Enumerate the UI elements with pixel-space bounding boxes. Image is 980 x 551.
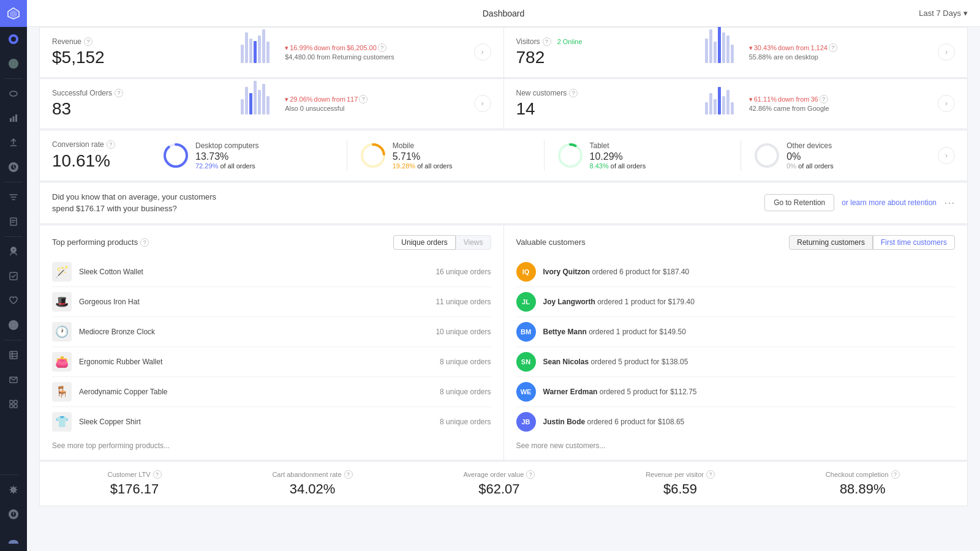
sidebar-item-analytics[interactable] [0,51,27,76]
sidebar-item-eye[interactable] [0,81,27,106]
device-desktop: Desktop computers 13.73% 72.29% of all o… [162,141,334,170]
customers-tab-first-time[interactable]: First time customers [873,235,955,250]
orders-nav[interactable]: › [474,95,491,112]
products-tab-views[interactable]: Views [456,235,491,250]
other-sub: 0% of all orders [786,162,833,170]
sidebar-item-settings[interactable] [0,478,27,502]
sidebar-divider5 [0,474,18,475]
sidebar-item-check[interactable] [0,264,27,288]
see-more-customers[interactable]: See more new customers... [516,437,956,450]
sidebar-item-campaigns[interactable] [0,313,27,337]
metric-help[interactable]: ? [344,470,353,479]
new-customers-info: New customers ? 14 [516,89,698,119]
metric-label: Checkout completion ? [826,470,900,479]
svg-point-3 [12,38,15,40]
revenue-change-help[interactable]: ? [378,43,386,52]
new-customers-nav[interactable]: › [938,95,955,112]
sidebar-item-table[interactable] [0,343,27,367]
orders-change-help[interactable]: ? [359,95,368,103]
revenue-chart [241,41,277,63]
mobile-sub: 19.28% of all orders [393,162,453,170]
page-title: Dashboard [483,9,525,18]
customers-tab-returning[interactable]: Returning customers [789,235,873,250]
sidebar-item-filter[interactable] [0,185,27,209]
metric-item: Average order value ? $62.07 [463,470,535,497]
svg-rect-10 [15,114,17,122]
valuable-customers-card: Valuable customers Returning customers F… [504,225,968,460]
orders-details: ▾ 29.06% down from 117 ? Also 0 unsucces… [285,95,466,112]
customer-row: JB Justin Bode ordered 6 product for $10… [516,407,956,437]
retention-button[interactable]: Go to Retention [764,194,834,211]
sidebar-divider [4,78,23,79]
customer-row: BM Bettye Mann ordered 1 product for $14… [516,317,956,347]
sidebar-item-mail[interactable] [0,367,27,392]
new-customers-value: 14 [516,100,698,119]
products-tab-unique-orders[interactable]: Unique orders [393,235,455,250]
sidebar-item-warning[interactable] [0,502,27,527]
sidebar-item-orders[interactable] [0,209,27,234]
svg-point-5 [12,62,15,65]
sidebar-item-profile[interactable] [0,527,27,551]
product-orders: 8 unique orders [440,358,491,366]
sidebar-item-history[interactable] [0,155,27,179]
product-row: 👛 Ergonomic Rubber Wallet 8 unique order… [52,347,491,377]
svg-point-6 [10,91,17,96]
customer-info: Joy Langworth ordered 1 product for $179… [543,298,956,306]
metric-item: Revenue per visitor ? $6.59 [646,470,715,497]
date-filter[interactable]: Last 7 Days ▾ [919,9,968,18]
other-circle [753,142,780,169]
dashboard-content: Revenue ? $5,152 ▾ [27,27,980,551]
new-customers-help[interactable]: ? [569,89,578,97]
valuable-customers-header: Valuable customers Returning customers F… [516,235,956,250]
visitors-label: Visitors ? 2 Online [516,37,698,46]
metric-help[interactable]: ? [891,470,900,479]
top-products-card: Top performing products ? Unique orders … [40,225,503,460]
metric-help[interactable]: ? [526,470,535,479]
metric-help[interactable]: ? [706,470,715,479]
visitors-change-help[interactable]: ? [829,43,837,52]
metric-help[interactable]: ? [153,470,162,479]
new-customers-details: ▾ 61.11% down from 36 ? 42.86% came from… [749,95,930,112]
revenue-help[interactable]: ? [84,37,92,46]
orders-help[interactable]: ? [115,89,123,97]
product-orders: 11 unique orders [435,298,491,306]
sidebar-bottom [0,472,27,551]
retention-more[interactable]: ⋯ [944,196,955,209]
new-customers-change: ▾ 61.11% down from 36 ? [749,95,930,103]
visitors-nav[interactable]: › [938,43,955,61]
customer-info: Justin Bode ordered 6 product for $108.6… [543,418,956,426]
sidebar-item-home[interactable] [0,27,27,51]
stat-card-visitors: Visitors ? 2 Online 782 [504,28,968,77]
retention-text: Did you know that on average, your custo… [52,191,216,215]
orders-chart [241,92,277,114]
sidebar-item-upload[interactable] [0,130,27,155]
orders-info: Successful Orders ? 83 [52,89,233,119]
sidebar-logo[interactable] [0,0,27,27]
retention-link[interactable]: or learn more about retention [842,198,937,207]
stat-card-revenue: Revenue ? $5,152 ▾ [40,28,503,77]
conversion-help[interactable]: ? [107,140,115,149]
device-tablet: Tablet 10.29% 8.43% of all orders [557,141,729,170]
metric-item: Checkout completion ? 88.89% [826,470,900,497]
conversion-value: 10.61% [52,151,150,171]
sidebar-item-chart[interactable] [0,106,27,130]
top-products-help[interactable]: ? [140,238,149,247]
sidebar-divider3 [4,236,23,237]
conversion-nav[interactable]: › [938,147,955,164]
header: Dashboard Last 7 Days ▾ [27,0,980,27]
sidebar-item-user[interactable] [0,239,27,264]
svg-point-27 [11,534,16,539]
customer-row: IQ Ivory Quitzon ordered 6 product for $… [516,257,956,287]
sidebar-item-heart[interactable] [0,288,27,313]
new-customers-change-help[interactable]: ? [820,95,828,103]
product-row: 👕 Sleek Copper Shirt 8 unique orders [52,407,491,437]
svg-point-25 [13,515,14,517]
visitors-help[interactable]: ? [543,37,551,46]
orders-value: 83 [52,100,233,119]
see-more-products[interactable]: See more top performing products... [52,437,491,450]
product-orders: 8 unique orders [440,418,491,426]
revenue-nav[interactable]: › [474,43,491,61]
new-customers-chart [705,92,742,114]
other-pct: 0% [786,151,833,162]
sidebar-item-grid[interactable] [0,392,27,416]
